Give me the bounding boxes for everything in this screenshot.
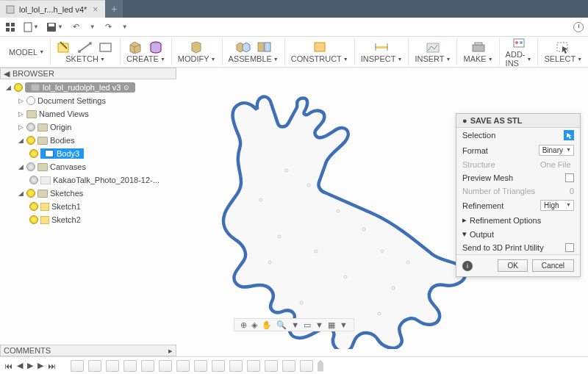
timeline-feature[interactable] [123,360,137,372]
timeline-feature[interactable] [106,360,119,372]
toolbar-group-create[interactable]: CREATE▼ [121,38,172,65]
new-tab-button[interactable]: + [105,0,123,18]
rect-icon [98,40,114,54]
toolbar-group-addins[interactable]: ADD-INS▼ [500,38,539,65]
svg-point-10 [78,50,81,53]
toolbar-group-sketch[interactable]: SKETCH▼ [51,38,121,65]
timeline-play-button[interactable]: ▶ [27,361,33,370]
grid-icon[interactable]: ▦ [328,320,335,330]
ok-button[interactable]: OK [498,259,527,272]
timeline-feature[interactable] [300,360,313,372]
row-output[interactable]: ▾Output [456,227,580,241]
select-icon [555,40,571,54]
svg-rect-14 [258,43,264,51]
document-tab[interactable]: lol_lol_r...h_led v4* × [0,0,105,18]
timeline-playhead[interactable] [318,360,323,372]
make-icon [470,40,487,54]
redo-button[interactable]: ↷ [103,21,115,33]
timeline-start-button[interactable]: ⏮ [4,362,12,370]
toolbar-group-select[interactable]: SELECT▼ [538,38,588,65]
workspace-switcher[interactable]: MODEL ▼ [3,38,51,65]
timeline-feature[interactable] [265,360,278,372]
look-icon[interactable]: ◈ [251,320,257,330]
display-icon[interactable]: ▭ [304,320,311,330]
redo-dropdown[interactable]: ▼ [122,24,128,30]
timeline-feature[interactable] [176,360,190,372]
toolbar-group-insert[interactable]: INSERT▼ [409,38,457,65]
timeline-feature[interactable] [282,360,295,372]
timeline-feature[interactable] [159,360,172,372]
clock-icon[interactable] [573,22,584,32]
dialog-header[interactable]: ●SAVE AS STL [456,114,580,128]
info-icon[interactable]: i [462,261,473,271]
svg-point-23 [520,41,523,44]
collapse-icon: ▾ [462,229,467,239]
svg-point-11 [89,42,92,45]
toolbar-group-assemble[interactable]: ASSEMBLE▼ [223,38,285,65]
timeline-next-button[interactable]: ▶ [37,361,43,370]
joint-icon [256,40,272,54]
sketch-icon [57,40,73,54]
toolbar-group-make[interactable]: MAKE▼ [457,38,499,65]
box-icon [127,40,143,54]
title-bar: lol_lol_r...h_led v4* × + [0,0,588,18]
refinement-select[interactable]: High [540,200,574,211]
svg-rect-7 [49,24,54,26]
close-tab-icon[interactable]: × [91,4,99,15]
data-panel-icon[interactable] [4,21,16,33]
navigation-bar[interactable]: ⊕ ◈ ✋ 🔍 ▼ ▭▼ ▦▼ [234,318,354,331]
file-menu[interactable]: ▼ [24,22,39,32]
preview-mesh-checkbox[interactable] [565,173,574,182]
svg-rect-0 [7,6,14,13]
svg-rect-2 [11,23,15,26]
row-selection: Selection [456,128,580,143]
toolbar-group-modify[interactable]: MODIFY▼ [172,38,223,65]
send-3d-checkbox[interactable] [565,243,574,252]
svg-rect-20 [475,43,482,45]
tab-title: lol_lol_r...h_led v4* [19,5,87,14]
svg-rect-15 [265,43,270,51]
timeline-feature[interactable] [194,360,207,372]
insert-icon [425,40,441,54]
format-select[interactable]: Binary [539,145,574,156]
ribbon-toolbar: MODEL ▼ SKETCH▼ CREATE▼ MODIFY▼ ASSEMBLE… [0,37,588,68]
timeline-feature[interactable] [71,360,84,372]
expand-icon[interactable]: ▸ [168,346,173,356]
row-refinement: RefinementHigh [456,198,580,213]
assemble-icon [235,40,251,54]
timeline-end-button[interactable]: ⏭ [48,362,56,370]
construct-icon [312,40,328,54]
row-preview-mesh: Preview Mesh [456,171,580,184]
orbit-icon[interactable]: ⊕ [240,320,247,330]
svg-rect-16 [315,43,325,51]
main-area: ◀ BROWSER ◢ lol_lol_rudolph_led v3⊙ ▷Doc… [0,68,588,349]
zoom-icon[interactable]: 🔍 [276,320,287,330]
timeline-feature[interactable] [212,360,225,372]
row-refinement-options[interactable]: ▸Refinement Options [456,213,580,227]
doc-icon [6,5,15,14]
svg-rect-17 [375,46,388,48]
timeline-feature[interactable] [229,360,243,372]
comments-panel-header[interactable]: COMMENTS ▸ [0,345,176,356]
timeline-feature[interactable] [141,360,154,372]
line-icon [77,40,93,54]
save-as-stl-dialog[interactable]: ●SAVE AS STL Selection FormatBinary Stru… [456,113,581,277]
pan-icon[interactable]: ✋ [262,320,272,330]
svg-rect-19 [473,45,484,51]
rudolph-outline[interactable] [223,97,465,349]
cancel-button[interactable]: Cancel [532,259,574,272]
undo-button[interactable]: ↶ [71,21,82,33]
selection-cursor-icon[interactable] [564,130,574,140]
pin-icon[interactable]: ● [462,116,467,125]
row-format: FormatBinary [456,143,580,158]
expand-icon: ▸ [462,215,467,225]
timeline-feature[interactable] [247,360,260,372]
undo-dropdown[interactable]: ▼ [90,24,96,30]
addins-icon [511,36,527,49]
timeline-prev-button[interactable]: ◀ [17,361,23,370]
toolbar-group-inspect[interactable]: INSPECT▼ [355,38,409,65]
save-button[interactable]: ▼ [46,22,63,32]
svg-rect-3 [6,28,10,32]
timeline-feature[interactable] [88,360,101,372]
toolbar-group-construct[interactable]: CONSTRUCT▼ [285,38,355,65]
